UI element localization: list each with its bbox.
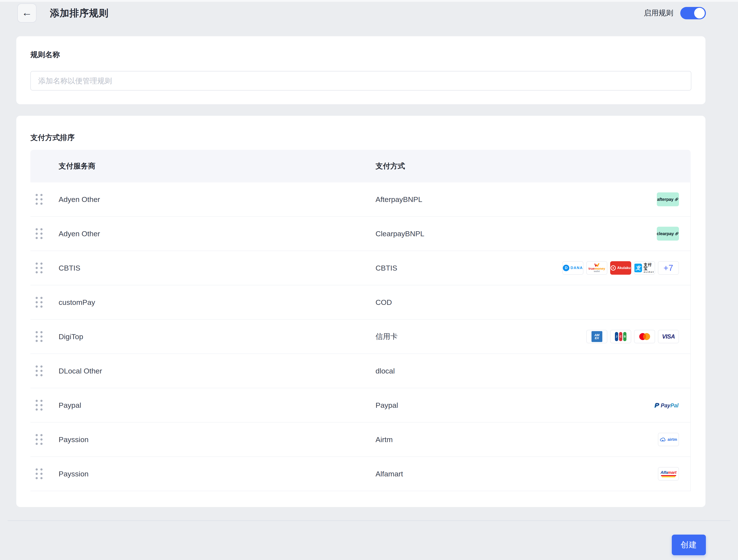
payment-badges: afterpay xyxy=(657,192,679,206)
table-row: PayssionAlfamartAlfamart xyxy=(30,457,690,491)
drag-dot xyxy=(36,404,38,406)
amex-line2: EX xyxy=(595,336,599,340)
method-cell: Paypal xyxy=(376,401,398,409)
drag-dot xyxy=(36,271,38,273)
alfamart-red-bar xyxy=(661,475,676,476)
amex-badge: AMEX xyxy=(586,330,607,343)
appbar-right: 启用规则 xyxy=(644,7,706,19)
table-rows: Adyen OtherAfterpayBNPLafterpayAdyen Oth… xyxy=(30,183,691,491)
footer-divider xyxy=(8,521,730,521)
afterpay-loop-icon xyxy=(674,196,679,202)
drag-dot xyxy=(40,365,43,368)
drag-handle-icon[interactable] xyxy=(36,400,43,410)
airtm-badge: airtm xyxy=(658,433,679,446)
drag-dot xyxy=(40,340,43,342)
alfamart-alfa-text: Alfa xyxy=(661,470,668,475)
column-header-method: 支付方式 xyxy=(376,161,405,171)
drag-dot xyxy=(36,203,38,205)
paypal-p-icon: P xyxy=(655,401,659,409)
drag-handle-icon[interactable] xyxy=(36,194,43,205)
paypal-logo: PPayPal xyxy=(655,401,679,409)
alfamart-logo-text: Alfamart xyxy=(661,470,676,475)
jcb-stripe-b: B xyxy=(623,332,627,341)
alfamart-mart-text: mart xyxy=(668,470,676,475)
drag-handle-icon[interactable] xyxy=(36,365,43,376)
drag-handle-icon[interactable] xyxy=(36,297,43,308)
enable-rule-label: 启用规则 xyxy=(644,8,673,18)
truemoney-word-true: true xyxy=(589,267,595,270)
drag-dot xyxy=(36,233,38,235)
akulaku-dot-icon xyxy=(613,267,614,269)
toggle-knob-icon xyxy=(694,8,705,18)
method-cell: dlocal xyxy=(376,367,395,375)
method-cell: ClearpayBNPL xyxy=(376,230,424,238)
column-header-provider: 支付服务商 xyxy=(59,161,95,171)
drag-dot xyxy=(40,237,43,239)
drag-dot xyxy=(36,400,38,402)
drag-dot xyxy=(36,434,38,436)
jcb-logo: JCB xyxy=(615,332,627,341)
alipay-cn-text: 支付宝 xyxy=(644,263,655,271)
dana-badge: DDANA xyxy=(563,261,584,275)
payment-badges: clearpay xyxy=(657,227,679,241)
alfamart-yellow-bar xyxy=(662,477,676,477)
drag-handle-icon[interactable] xyxy=(36,434,43,445)
provider-cell: Paypal xyxy=(59,401,81,409)
drag-dot xyxy=(36,443,38,445)
provider-cell: CBTIS xyxy=(59,264,80,272)
table-row: Adyen OtherClearpayBNPLclearpay xyxy=(30,217,690,251)
drag-dot xyxy=(40,443,43,445)
drag-dot xyxy=(40,477,43,479)
drag-dot xyxy=(40,203,43,205)
drag-dot xyxy=(36,301,38,303)
drag-dot xyxy=(40,267,43,269)
drag-handle-icon[interactable] xyxy=(36,331,43,342)
method-cell: CBTIS xyxy=(376,264,397,272)
drag-handle-icon[interactable] xyxy=(36,228,43,239)
provider-cell: DigiTop xyxy=(59,332,83,341)
jcb-stripe-j: J xyxy=(615,332,618,341)
alipay-badge: 支支付宝ALIPAY xyxy=(634,261,655,275)
method-cell: Alfamart xyxy=(376,470,403,478)
drag-dot xyxy=(40,228,43,230)
alfamart-logo: Alfamart xyxy=(661,470,676,477)
alfamart-badge: Alfamart xyxy=(658,467,679,481)
drag-dot xyxy=(36,468,38,471)
alipay-text-stack: 支付宝ALIPAY xyxy=(644,263,655,273)
alipay-glyph-icon: 支 xyxy=(634,264,642,272)
dana-circle-icon: D xyxy=(563,265,569,271)
payment-badges: AMEXJCBVISA xyxy=(586,330,679,343)
drag-dot xyxy=(36,340,38,342)
drag-dot xyxy=(36,477,38,479)
more-methods-badge: +7 xyxy=(658,261,679,275)
table-row: customPayCOD xyxy=(30,285,690,320)
drag-dot xyxy=(40,468,43,471)
create-button[interactable]: 创建 xyxy=(672,535,706,555)
back-arrow-icon: ← xyxy=(22,7,32,18)
drag-dot xyxy=(36,305,38,308)
amex-logo: AMEX xyxy=(592,331,602,342)
table-row: Adyen OtherAfterpayBNPLafterpay xyxy=(30,183,690,217)
visa-badge: VISA xyxy=(658,330,679,343)
drag-dot xyxy=(40,271,43,273)
provider-cell: Payssion xyxy=(59,436,88,444)
airtm-logo-text: airtm xyxy=(668,437,677,442)
akulaku-badge: Akulaku xyxy=(610,261,631,275)
drag-dot xyxy=(36,473,38,475)
drag-dot xyxy=(40,473,43,475)
drag-handle-icon[interactable] xyxy=(36,263,43,273)
drag-dot xyxy=(40,233,43,235)
clearpay-badge: clearpay xyxy=(657,227,679,241)
drag-dot xyxy=(40,297,43,299)
airtm-cloud-icon xyxy=(660,437,666,442)
drag-handle-icon[interactable] xyxy=(36,468,43,479)
rule-name-input[interactable] xyxy=(30,71,691,90)
table-row: CBTISCBTISDDANAtruemoneywalletAkulaku支支付… xyxy=(30,251,690,285)
truemoney-logo: truemoneywallet xyxy=(589,263,605,273)
afterpay-logo-text: afterpay xyxy=(657,197,679,202)
back-button[interactable]: ← xyxy=(17,3,36,23)
payment-badges: DDANAtruemoneywalletAkulaku支支付宝ALIPAY+7 xyxy=(563,261,679,275)
payment-sorting-card: 支付方式排序 支付服务商 支付方式 Adyen OtherAfterpayBNP… xyxy=(16,116,705,507)
airtm-logo: airtm xyxy=(660,437,677,442)
enable-rule-toggle[interactable] xyxy=(680,7,706,19)
